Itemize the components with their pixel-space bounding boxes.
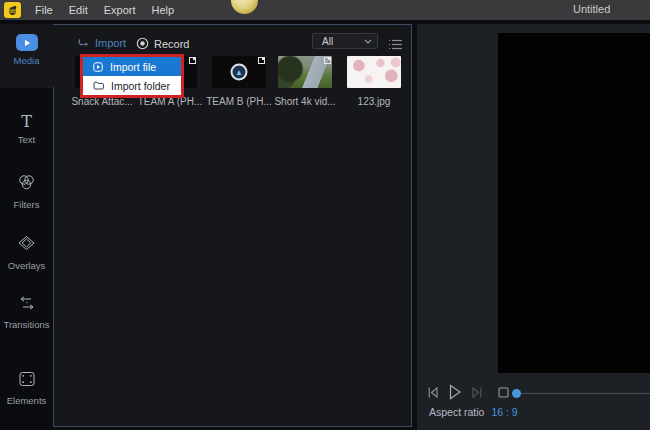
media-item-name: Short 4k vid... <box>272 96 338 107</box>
video-badge-icon <box>189 57 196 64</box>
media-item-name: TEAM B (PH... <box>206 96 272 107</box>
transitions-icon <box>0 296 53 315</box>
sidebar-item-text[interactable]: T Text <box>0 114 53 145</box>
import-label: Import <box>95 37 126 49</box>
list-view-button[interactable] <box>388 36 403 54</box>
import-file-label: Import file <box>110 61 156 73</box>
media-thumbnail <box>278 56 332 88</box>
video-logo-icon: ▲ <box>231 64 248 81</box>
media-library-panel: Import Record All Snack Attac... TEAM A … <box>53 24 412 427</box>
sidebar-item-transitions[interactable]: Transitions <box>0 296 53 330</box>
media-icon <box>0 34 53 51</box>
folder-icon <box>93 81 104 90</box>
media-item-short-4k[interactable]: Short 4k vid... <box>272 56 338 107</box>
sidebar: Media T Text Filters Overlays <box>0 20 53 430</box>
seek-track[interactable] <box>517 393 650 394</box>
transport-controls <box>427 384 509 400</box>
media-filter-select[interactable]: All <box>312 33 378 49</box>
sidebar-item-label: Elements <box>0 395 53 406</box>
record-button[interactable]: Record <box>136 37 189 50</box>
sidebar-item-label: Filters <box>0 199 53 210</box>
app-logo-icon <box>4 2 21 18</box>
video-badge-icon <box>258 57 265 64</box>
aspect-ratio-row: Aspect ratio 16 : 9 <box>429 406 518 418</box>
menu-bar: File Edit Export Help Untitled <box>0 0 650 20</box>
import-folder-label: Import folder <box>111 80 170 92</box>
video-badge-icon <box>324 57 331 64</box>
play-button[interactable] <box>448 384 462 400</box>
media-item-name: 123.jpg <box>341 96 407 107</box>
sidebar-item-label: Text <box>0 134 53 145</box>
aspect-ratio-value[interactable]: 16 : 9 <box>491 406 517 418</box>
import-file-icon <box>93 62 103 72</box>
media-thumbnail: ▲ <box>212 56 266 88</box>
sidebar-item-label: Media <box>0 55 53 66</box>
import-file-option[interactable]: Import file <box>83 57 181 76</box>
filters-icon <box>0 174 53 195</box>
seek-handle[interactable] <box>512 389 521 398</box>
list-view-icon <box>388 39 403 50</box>
record-label: Record <box>154 38 189 50</box>
next-frame-button[interactable] <box>471 386 483 399</box>
sidebar-item-label: Overlays <box>0 260 53 271</box>
stop-button[interactable] <box>498 387 509 398</box>
record-icon <box>136 37 149 50</box>
chevron-down-icon <box>364 39 372 44</box>
import-dropdown-menu: Import file Import folder <box>80 54 184 98</box>
menu-edit[interactable]: Edit <box>61 0 96 20</box>
sidebar-item-filters[interactable]: Filters <box>0 174 53 210</box>
sidebar-item-label: Transitions <box>0 319 53 330</box>
sidebar-item-elements[interactable]: Elements <box>0 371 53 406</box>
overlays-icon <box>0 235 53 256</box>
menu-help[interactable]: Help <box>144 0 183 20</box>
import-folder-option[interactable]: Import folder <box>83 76 181 95</box>
elements-icon <box>0 371 53 391</box>
video-preview-screen <box>498 33 650 373</box>
media-filter-value: All <box>322 36 364 47</box>
previous-frame-button[interactable] <box>427 386 439 399</box>
text-icon: T <box>0 114 53 130</box>
menu-export[interactable]: Export <box>96 0 144 20</box>
sidebar-item-overlays[interactable]: Overlays <box>0 235 53 271</box>
media-item-team-b[interactable]: ▲ TEAM B (PH... <box>206 56 272 107</box>
media-item-123-jpg[interactable]: 123.jpg <box>341 56 407 107</box>
sidebar-item-media[interactable]: Media <box>0 34 53 66</box>
import-button[interactable]: Import <box>77 37 126 49</box>
menu-file[interactable]: File <box>27 0 61 20</box>
preview-panel: Aspect ratio 16 : 9 <box>417 24 650 430</box>
window-title: Untitled <box>573 3 610 15</box>
import-icon <box>77 37 90 49</box>
media-thumbnail <box>347 56 401 88</box>
aspect-ratio-label: Aspect ratio <box>429 406 484 418</box>
